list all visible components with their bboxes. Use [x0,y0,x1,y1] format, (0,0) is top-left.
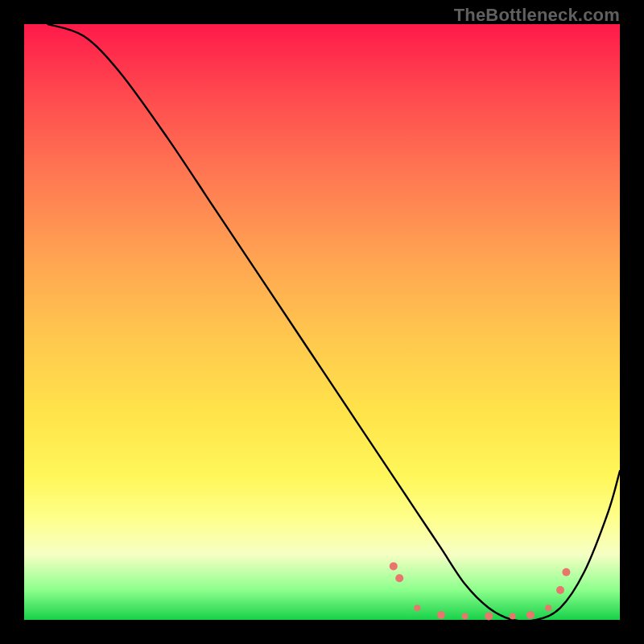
marker-dot [526,611,535,619]
marker-dot [510,613,516,620]
chart-svg [24,24,620,620]
marker-dot [485,613,493,621]
marker-dot [414,605,420,611]
marker-dot [562,568,570,576]
curve-line [48,24,620,621]
marker-dot [556,586,564,594]
marker-dot [437,611,445,619]
marker-dots [390,562,571,620]
marker-dot [395,574,403,582]
watermark-text: TheBottleneck.com [454,5,620,26]
marker-dot [462,613,469,620]
curve-path-group [48,24,620,621]
marker-dot [545,605,551,611]
chart-frame: TheBottleneck.com [0,0,644,644]
marker-dot [390,562,398,570]
plot-area [24,24,620,620]
